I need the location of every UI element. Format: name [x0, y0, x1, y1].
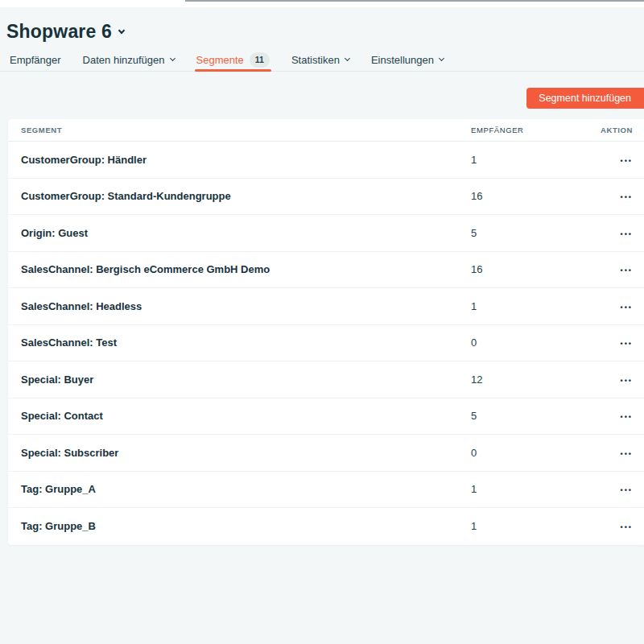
- row-actions-menu-icon[interactable]: •••: [621, 451, 633, 458]
- page-title-dropdown[interactable]: Shopware 6: [6, 21, 124, 43]
- recipient-count: 1: [471, 483, 600, 495]
- top-divider: [185, 0, 644, 2]
- row-actions-menu-icon[interactable]: •••: [621, 524, 633, 531]
- segments-table-body: CustomerGroup: Händler 1 ••• CustomerGro…: [8, 142, 644, 545]
- row-actions-menu-icon[interactable]: •••: [621, 414, 633, 421]
- chevron-down-icon: [345, 56, 350, 61]
- row-actions-menu-icon[interactable]: •••: [621, 158, 633, 165]
- table-row: SalesChannel: Test 0 •••: [8, 325, 644, 362]
- column-header-empfaenger: EMPFÄNGER: [471, 126, 600, 134]
- tab-label: Einstellungen: [371, 54, 434, 66]
- tab-label: Empfänger: [10, 54, 61, 66]
- tab-label: Segmente: [196, 54, 244, 66]
- segment-name: SalesChannel: Headless: [8, 300, 471, 312]
- recipient-count: 5: [471, 410, 600, 422]
- segment-name: Special: Buyer: [8, 374, 471, 386]
- row-actions-menu-icon[interactable]: •••: [621, 378, 633, 385]
- column-header-aktion: AKTION: [600, 126, 644, 134]
- recipient-count: 1: [471, 520, 600, 532]
- table-row: Origin: Guest 5 •••: [8, 215, 644, 252]
- segments-table-card: SEGMENT EMPFÄNGER AKTION CustomerGroup: …: [8, 119, 644, 545]
- chevron-down-icon: [118, 27, 125, 33]
- recipient-count: 16: [471, 263, 600, 275]
- segment-name: Tag: Gruppe_A: [8, 483, 471, 495]
- main-tabs: Empfänger Daten hinzufügen Segmente 11 S…: [0, 49, 644, 72]
- row-actions-menu-icon[interactable]: •••: [621, 304, 633, 312]
- segment-name: CustomerGroup: Standard-Kundengruppe: [8, 190, 471, 202]
- segment-name: Tag: Gruppe_B: [8, 520, 471, 532]
- recipient-count: 12: [471, 374, 600, 386]
- table-row: Special: Subscriber 0 •••: [8, 435, 644, 472]
- recipient-count: 16: [471, 190, 600, 202]
- row-action-cell: •••: [600, 300, 644, 312]
- page-title: Shopware 6: [6, 21, 112, 43]
- table-row: CustomerGroup: Standard-Kundengruppe 16 …: [8, 179, 644, 216]
- segment-name: CustomerGroup: Händler: [8, 154, 471, 166]
- segment-name: Origin: Guest: [8, 227, 471, 239]
- table-row: Tag: Gruppe_B 1 •••: [8, 508, 644, 545]
- chevron-down-icon: [169, 56, 175, 61]
- tab-einstellungen[interactable]: Einstellungen: [371, 49, 444, 71]
- segment-name: SalesChannel: Bergisch eCommerce GmbH De…: [8, 263, 471, 275]
- segment-name: Special: Contact: [8, 410, 471, 422]
- table-row: Special: Buyer 12 •••: [8, 361, 644, 398]
- recipient-count: 5: [471, 227, 600, 239]
- table-row: SalesChannel: Headless 1 •••: [8, 288, 644, 325]
- segment-count-badge: 11: [250, 52, 270, 68]
- row-actions-menu-icon[interactable]: •••: [621, 341, 633, 348]
- row-actions-menu-icon[interactable]: •••: [621, 231, 633, 238]
- row-action-cell: •••: [600, 483, 644, 495]
- row-action-cell: •••: [600, 190, 644, 202]
- row-action-cell: •••: [600, 447, 644, 459]
- column-header-segment: SEGMENT: [8, 126, 471, 134]
- top-strip: [0, 0, 644, 7]
- segment-name: Special: Subscriber: [8, 447, 471, 459]
- row-actions-menu-icon[interactable]: •••: [621, 487, 633, 494]
- add-segment-button[interactable]: Segment hinzufügen: [526, 88, 644, 109]
- tab-empfaenger[interactable]: Empfänger: [10, 49, 61, 71]
- tab-segmente[interactable]: Segmente 11: [196, 49, 270, 71]
- row-action-cell: •••: [600, 374, 644, 386]
- tab-statistiken[interactable]: Statistiken: [291, 49, 349, 71]
- row-action-cell: •••: [600, 227, 644, 239]
- row-actions-menu-icon[interactable]: •••: [621, 194, 633, 201]
- table-row: CustomerGroup: Händler 1 •••: [8, 142, 644, 179]
- row-action-cell: •••: [600, 263, 644, 275]
- recipient-count: 0: [471, 336, 600, 349]
- tab-label: Statistiken: [291, 54, 340, 66]
- row-action-cell: •••: [600, 410, 644, 422]
- chevron-down-icon: [439, 56, 444, 61]
- table-header-row: SEGMENT EMPFÄNGER AKTION: [8, 119, 644, 142]
- row-action-cell: •••: [600, 520, 644, 532]
- table-row: SalesChannel: Bergisch eCommerce GmbH De…: [8, 252, 644, 289]
- row-action-cell: •••: [600, 336, 644, 349]
- recipient-count: 0: [471, 447, 600, 459]
- tab-daten-hinzufuegen[interactable]: Daten hinzufügen: [83, 49, 175, 71]
- table-row: Special: Contact 5 •••: [8, 398, 644, 436]
- recipient-count: 1: [471, 300, 600, 312]
- segment-name: SalesChannel: Test: [8, 336, 471, 349]
- row-action-cell: •••: [600, 154, 644, 166]
- table-row: Tag: Gruppe_A 1 •••: [8, 472, 644, 509]
- recipient-count: 1: [471, 154, 600, 166]
- row-actions-menu-icon[interactable]: •••: [621, 267, 633, 275]
- tab-label: Daten hinzufügen: [83, 54, 165, 66]
